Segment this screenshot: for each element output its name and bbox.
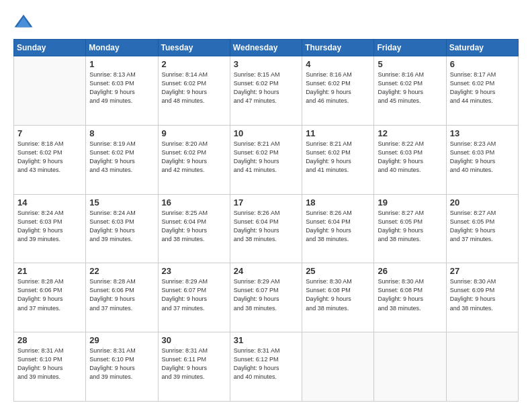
cell-day-number: 5	[378, 59, 442, 69]
calendar-cell: 5Sunrise: 8:16 AMSunset: 6:02 PMDaylight…	[374, 56, 446, 126]
calendar-cell: 11Sunrise: 8:21 AMSunset: 6:02 PMDayligh…	[302, 125, 374, 194]
cell-sun-info: Sunrise: 8:31 AMSunset: 6:10 PMDaylight:…	[89, 347, 154, 381]
calendar-cell: 26Sunrise: 8:30 AMSunset: 6:08 PMDayligh…	[374, 263, 446, 332]
calendar-cell: 22Sunrise: 8:28 AMSunset: 6:06 PMDayligh…	[86, 263, 158, 332]
cell-day-number: 27	[450, 266, 515, 276]
calendar-cell: 30Sunrise: 8:31 AMSunset: 6:11 PMDayligh…	[158, 332, 230, 402]
cell-sun-info: Sunrise: 8:25 AMSunset: 6:04 PMDaylight:…	[162, 209, 226, 244]
day-header-thursday: Thursday	[302, 40, 374, 56]
page: SundayMondayTuesdayWednesdayThursdayFrid…	[0, 0, 532, 411]
calendar-cell: 2Sunrise: 8:14 AMSunset: 6:02 PMDaylight…	[158, 56, 230, 126]
cell-day-number: 3	[234, 59, 298, 69]
calendar-week-row: 21Sunrise: 8:28 AMSunset: 6:06 PMDayligh…	[14, 263, 519, 332]
calendar-cell	[374, 332, 446, 402]
calendar-cell: 13Sunrise: 8:23 AMSunset: 6:03 PMDayligh…	[446, 125, 518, 194]
calendar-header-row: SundayMondayTuesdayWednesdayThursdayFrid…	[14, 40, 519, 56]
calendar-cell: 31Sunrise: 8:31 AMSunset: 6:12 PMDayligh…	[230, 332, 302, 402]
cell-day-number: 16	[162, 197, 226, 208]
day-header-tuesday: Tuesday	[158, 40, 230, 56]
calendar-week-row: 7Sunrise: 8:18 AMSunset: 6:02 PMDaylight…	[14, 125, 519, 194]
calendar-cell: 24Sunrise: 8:29 AMSunset: 6:07 PMDayligh…	[230, 263, 302, 332]
cell-day-number: 1	[89, 59, 154, 69]
cell-sun-info: Sunrise: 8:30 AMSunset: 6:08 PMDaylight:…	[306, 277, 370, 312]
cell-sun-info: Sunrise: 8:24 AMSunset: 6:03 PMDaylight:…	[89, 209, 154, 244]
cell-day-number: 10	[234, 128, 298, 138]
calendar-cell: 29Sunrise: 8:31 AMSunset: 6:10 PMDayligh…	[86, 332, 158, 402]
calendar-cell: 3Sunrise: 8:15 AMSunset: 6:02 PMDaylight…	[230, 56, 302, 126]
cell-sun-info: Sunrise: 8:21 AMSunset: 6:02 PMDaylight:…	[234, 140, 298, 175]
calendar-cell: 25Sunrise: 8:30 AMSunset: 6:08 PMDayligh…	[302, 263, 374, 332]
cell-day-number: 21	[17, 266, 82, 276]
cell-day-number: 11	[306, 128, 370, 138]
cell-sun-info: Sunrise: 8:29 AMSunset: 6:07 PMDaylight:…	[234, 277, 298, 312]
cell-day-number: 15	[89, 197, 154, 208]
calendar-cell: 12Sunrise: 8:22 AMSunset: 6:03 PMDayligh…	[374, 125, 446, 194]
cell-day-number: 28	[17, 335, 82, 345]
calendar-cell: 1Sunrise: 8:13 AMSunset: 6:03 PMDaylight…	[86, 56, 158, 126]
cell-sun-info: Sunrise: 8:16 AMSunset: 6:02 PMDaylight:…	[378, 71, 442, 105]
cell-day-number: 7	[17, 128, 82, 138]
calendar-cell: 6Sunrise: 8:17 AMSunset: 6:02 PMDaylight…	[446, 56, 518, 126]
calendar-cell: 8Sunrise: 8:19 AMSunset: 6:02 PMDaylight…	[86, 125, 158, 194]
cell-sun-info: Sunrise: 8:26 AMSunset: 6:04 PMDaylight:…	[306, 209, 370, 244]
cell-sun-info: Sunrise: 8:13 AMSunset: 6:03 PMDaylight:…	[89, 71, 154, 105]
cell-sun-info: Sunrise: 8:18 AMSunset: 6:02 PMDaylight:…	[17, 140, 82, 175]
calendar-cell	[14, 56, 86, 126]
cell-sun-info: Sunrise: 8:28 AMSunset: 6:06 PMDaylight:…	[89, 277, 154, 312]
cell-day-number: 2	[162, 59, 226, 69]
cell-day-number: 26	[378, 266, 442, 276]
cell-sun-info: Sunrise: 8:21 AMSunset: 6:02 PMDaylight:…	[306, 140, 370, 175]
calendar-week-row: 1Sunrise: 8:13 AMSunset: 6:03 PMDaylight…	[14, 56, 519, 126]
cell-day-number: 14	[17, 197, 82, 208]
cell-day-number: 8	[89, 128, 154, 138]
cell-sun-info: Sunrise: 8:26 AMSunset: 6:04 PMDaylight:…	[234, 209, 298, 244]
cell-sun-info: Sunrise: 8:19 AMSunset: 6:02 PMDaylight:…	[89, 140, 154, 175]
cell-sun-info: Sunrise: 8:30 AMSunset: 6:09 PMDaylight:…	[450, 277, 515, 312]
calendar-cell: 23Sunrise: 8:29 AMSunset: 6:07 PMDayligh…	[158, 263, 230, 332]
cell-day-number: 29	[89, 335, 154, 345]
calendar-cell: 17Sunrise: 8:26 AMSunset: 6:04 PMDayligh…	[230, 194, 302, 263]
cell-sun-info: Sunrise: 8:27 AMSunset: 6:05 PMDaylight:…	[378, 209, 442, 244]
cell-sun-info: Sunrise: 8:15 AMSunset: 6:02 PMDaylight:…	[234, 71, 298, 105]
cell-sun-info: Sunrise: 8:17 AMSunset: 6:02 PMDaylight:…	[450, 71, 515, 105]
calendar-cell: 21Sunrise: 8:28 AMSunset: 6:06 PMDayligh…	[14, 263, 86, 332]
calendar-cell	[302, 332, 374, 402]
calendar-cell: 7Sunrise: 8:18 AMSunset: 6:02 PMDaylight…	[14, 125, 86, 194]
cell-day-number: 9	[162, 128, 226, 138]
calendar-week-row: 28Sunrise: 8:31 AMSunset: 6:10 PMDayligh…	[14, 332, 519, 402]
header	[13, 12, 519, 32]
cell-sun-info: Sunrise: 8:28 AMSunset: 6:06 PMDaylight:…	[17, 277, 82, 312]
calendar-cell: 16Sunrise: 8:25 AMSunset: 6:04 PMDayligh…	[158, 194, 230, 263]
cell-day-number: 17	[234, 197, 298, 208]
cell-day-number: 25	[306, 266, 370, 276]
calendar-cell: 9Sunrise: 8:20 AMSunset: 6:02 PMDaylight…	[158, 125, 230, 194]
cell-day-number: 4	[306, 59, 370, 69]
calendar-cell: 18Sunrise: 8:26 AMSunset: 6:04 PMDayligh…	[302, 194, 374, 263]
cell-day-number: 31	[234, 335, 298, 345]
cell-sun-info: Sunrise: 8:29 AMSunset: 6:07 PMDaylight:…	[162, 277, 226, 312]
cell-day-number: 12	[378, 128, 442, 138]
cell-sun-info: Sunrise: 8:31 AMSunset: 6:12 PMDaylight:…	[234, 347, 298, 381]
calendar-cell: 4Sunrise: 8:16 AMSunset: 6:02 PMDaylight…	[302, 56, 374, 126]
cell-sun-info: Sunrise: 8:16 AMSunset: 6:02 PMDaylight:…	[306, 71, 370, 105]
calendar-cell: 10Sunrise: 8:21 AMSunset: 6:02 PMDayligh…	[230, 125, 302, 194]
calendar-cell: 19Sunrise: 8:27 AMSunset: 6:05 PMDayligh…	[374, 194, 446, 263]
cell-sun-info: Sunrise: 8:24 AMSunset: 6:03 PMDaylight:…	[17, 209, 82, 244]
cell-day-number: 18	[306, 197, 370, 208]
cell-day-number: 22	[89, 266, 154, 276]
cell-day-number: 24	[234, 266, 298, 276]
day-header-sunday: Sunday	[14, 40, 86, 56]
calendar-week-row: 14Sunrise: 8:24 AMSunset: 6:03 PMDayligh…	[14, 194, 519, 263]
calendar-cell	[446, 332, 518, 402]
cell-day-number: 23	[162, 266, 226, 276]
cell-day-number: 6	[450, 59, 515, 69]
cell-sun-info: Sunrise: 8:20 AMSunset: 6:02 PMDaylight:…	[162, 140, 226, 175]
calendar-cell: 20Sunrise: 8:27 AMSunset: 6:05 PMDayligh…	[446, 194, 518, 263]
calendar-table: SundayMondayTuesdayWednesdayThursdayFrid…	[13, 39, 519, 402]
calendar-cell: 28Sunrise: 8:31 AMSunset: 6:10 PMDayligh…	[14, 332, 86, 402]
cell-sun-info: Sunrise: 8:14 AMSunset: 6:02 PMDaylight:…	[162, 71, 226, 105]
cell-sun-info: Sunrise: 8:22 AMSunset: 6:03 PMDaylight:…	[378, 140, 442, 175]
day-header-wednesday: Wednesday	[230, 40, 302, 56]
calendar-cell: 15Sunrise: 8:24 AMSunset: 6:03 PMDayligh…	[86, 194, 158, 263]
day-header-monday: Monday	[86, 40, 158, 56]
